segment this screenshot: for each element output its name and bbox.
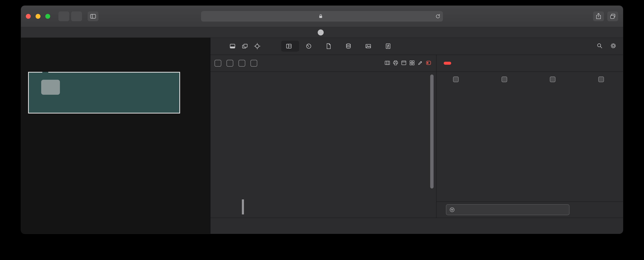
sidebar-icon: [90, 13, 96, 20]
settings-button[interactable]: [610, 42, 617, 50]
gear-icon: [610, 42, 617, 49]
inspector-toolbar: [210, 38, 623, 55]
tab-styles[interactable]: [444, 62, 451, 65]
rulers-button[interactable]: [384, 60, 390, 66]
element-badge-icon: [426, 60, 431, 66]
window-controls: [26, 14, 50, 19]
filter-input[interactable]: [446, 204, 570, 215]
tab-graphics[interactable]: [360, 41, 378, 52]
elements-icon: [286, 43, 292, 49]
breadcrumb: [210, 55, 436, 71]
styles-sidebar-tabs: [436, 55, 623, 71]
styles-panel: [436, 72, 623, 218]
window-zoom-button[interactable]: [45, 14, 50, 19]
element-badges-button[interactable]: [426, 60, 431, 66]
close-inspector-button[interactable]: [215, 41, 226, 52]
checkbox-icon: [502, 77, 507, 82]
browser-toolbar: [21, 6, 623, 27]
print-styles-button[interactable]: [393, 60, 398, 66]
window-icon: [401, 60, 406, 66]
graphics-icon: [365, 43, 372, 49]
nav-buttons: [58, 12, 82, 21]
network-icon: [306, 43, 312, 49]
element-badge: [226, 60, 233, 67]
pencil-icon: [418, 60, 423, 66]
tabs-overview-icon: [610, 13, 616, 20]
frames-button[interactable]: [401, 60, 406, 66]
sidebar-toggle-button[interactable]: [88, 12, 98, 21]
storage-icon: [345, 43, 352, 49]
forward-button[interactable]: [71, 12, 82, 21]
toolbar-right-buttons: [593, 12, 618, 21]
inspector-toolbar-right: [589, 42, 618, 50]
search-icon: [596, 43, 603, 49]
back-button[interactable]: [58, 12, 69, 21]
style-rules: [436, 87, 623, 201]
grid-overlay-button[interactable]: [409, 60, 415, 66]
pseudo-active-toggle[interactable]: [453, 77, 461, 82]
dom-gutter-marker: [242, 199, 244, 214]
tab-elements[interactable]: [281, 41, 299, 52]
tab-sources[interactable]: [321, 41, 339, 52]
lorem-button[interactable]: [41, 80, 60, 95]
inspector-second-row: [210, 55, 623, 72]
window-minimize-button[interactable]: [36, 14, 40, 19]
inspect-element-button[interactable]: [252, 41, 262, 52]
lock-icon: [318, 14, 323, 19]
crosshair-icon: [254, 43, 260, 49]
browser-window: [21, 6, 623, 234]
filter-icon: [449, 207, 455, 213]
pseudo-hover-toggle[interactable]: [550, 77, 558, 82]
grid-icon: [409, 60, 415, 66]
pseudo-visited-toggle[interactable]: [598, 77, 606, 82]
tab-computed[interactable]: [485, 62, 492, 65]
tab-audit[interactable]: [380, 41, 398, 52]
pseudo-focus-toggle[interactable]: [502, 77, 510, 82]
inspector-main: [210, 72, 623, 234]
console-prompt-bar[interactable]: [210, 218, 623, 234]
separate-window-icon: [242, 43, 248, 49]
tab-favicon: [318, 30, 324, 36]
edit-dom-button[interactable]: [418, 60, 423, 66]
breadcrumb-item-body[interactable]: [226, 60, 233, 67]
tab-changes[interactable]: [526, 62, 534, 65]
window-close-button[interactable]: [26, 14, 31, 19]
page-content: [21, 38, 210, 234]
tab-network[interactable]: [301, 41, 319, 52]
reload-icon: [435, 14, 441, 19]
active-tab[interactable]: [318, 30, 326, 36]
element-badge: [250, 60, 257, 67]
dom-tree-panel: [210, 72, 436, 218]
share-icon: [596, 13, 602, 20]
tab-bar: [21, 27, 623, 38]
search-button[interactable]: [596, 43, 603, 50]
screen: { "chrome": { "url": "color-scheme-prefe…: [0, 0, 644, 260]
styles-filter-bar: [436, 201, 623, 218]
dom-scrollbar[interactable]: [430, 74, 434, 189]
breadcrumb-item-form[interactable]: [238, 60, 245, 67]
web-inspector: [210, 38, 623, 234]
element-badge: [238, 60, 245, 67]
tab-storage[interactable]: [341, 41, 359, 52]
tab-layers[interactable]: [608, 62, 616, 65]
printer-icon: [393, 60, 398, 66]
breadcrumb-item-fieldset[interactable]: [250, 60, 257, 67]
inspector-panels: [210, 72, 623, 218]
inspector-tabs: [281, 41, 398, 52]
tabs-overview-button[interactable]: [607, 12, 618, 21]
undock-button[interactable]: [240, 41, 250, 52]
page-fieldset: [28, 72, 180, 113]
dom-toolbar-icons: [384, 60, 436, 66]
dock-bottom-button[interactable]: [227, 41, 238, 52]
checkbox-icon: [550, 77, 556, 82]
sources-icon: [325, 43, 332, 49]
breadcrumb-item-html[interactable]: [214, 60, 221, 67]
address-bar[interactable]: [201, 11, 443, 22]
audit-icon: [385, 43, 391, 49]
tab-node[interactable]: [567, 62, 575, 65]
columns-icon: [384, 60, 390, 66]
checkbox-icon: [453, 77, 459, 82]
share-button[interactable]: [593, 12, 604, 21]
reload-button[interactable]: [435, 14, 441, 21]
window-content: [21, 38, 623, 234]
